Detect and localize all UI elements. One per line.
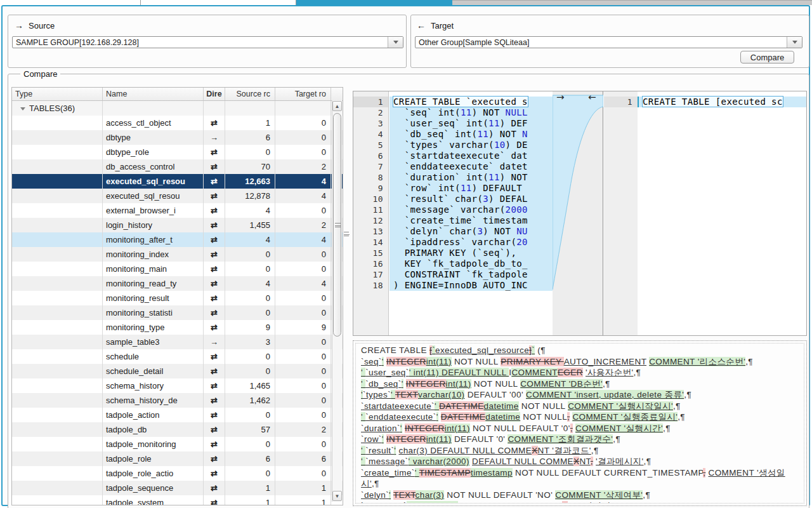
object-table[interactable]: TypeNameDireSource rcTarget ro TABLES(36… [11, 87, 343, 505]
table-scrollbar[interactable]: ▲ ▼ [332, 100, 342, 502]
direction-cell: ⇄ [204, 276, 225, 291]
copy-left-arrow-icon[interactable]: ← [588, 92, 596, 103]
line-number: 13 [353, 226, 388, 237]
code-line-11: `message` varchar(2000 [390, 204, 553, 215]
table-row-tadpole_action[interactable]: tadpole_action⇄00 [12, 408, 343, 422]
right-line-number-gutter: 1 [604, 91, 638, 335]
direction-cell: ⇄ [204, 203, 225, 218]
column-header-source-rc[interactable]: Source rc [225, 88, 275, 100]
column-header-type[interactable]: Type [12, 88, 103, 100]
name-cell: schema_history_de [103, 393, 204, 408]
table-row-monitoring_main[interactable]: monitoring_main⇄00 [12, 262, 343, 276]
direction-cell: ⇄ [204, 393, 225, 408]
target-rows-cell: 0 [275, 408, 331, 422]
source-rows-cell: 1 [225, 116, 275, 130]
code-line-16: KEY `fk_tadpole_db_to_ [390, 258, 553, 269]
source-rows-cell: 1 [225, 495, 275, 505]
target-rows-cell: 0 [275, 203, 331, 218]
direction-cell: → [204, 335, 225, 349]
table-row-tadpole_system[interactable]: tadpole_system⇄11 [12, 495, 343, 505]
disclosure-triangle-icon[interactable] [20, 107, 25, 110]
column-header-target-ro[interactable]: Target ro [275, 88, 331, 100]
table-row-monitoring_after_t[interactable]: monitoring_after_t⇄44 [12, 232, 343, 247]
direction-cell: ⇄ [204, 320, 225, 335]
code-line-10: `result` char(3) DEFAL [390, 194, 553, 204]
tree-group-row[interactable]: TABLES(36) [12, 101, 343, 116]
source-rows-cell: 4 [225, 232, 275, 247]
table-row-access_ctl_object[interactable]: access_ctl_object⇄10 [12, 116, 343, 130]
table-row-tadpole_role_actio[interactable]: tadpole_role_actio⇄00 [12, 466, 343, 481]
table-row-tadpole_role[interactable]: tadpole_role⇄66 [12, 451, 343, 466]
table-row-sample_table3[interactable]: sample_table3→30 [12, 335, 343, 349]
scroll-up-button[interactable]: ▲ [332, 101, 342, 111]
scrollbar-thumb[interactable] [333, 113, 341, 337]
code-line-14: `ipaddress` varchar(20 [390, 237, 553, 248]
scroll-down-button[interactable]: ▼ [332, 491, 342, 501]
unified-diff-text[interactable]: CREATE TABLE [`executed_sql_resource]` (… [355, 343, 804, 504]
diff-connector-curve [553, 91, 603, 335]
source-rows-cell: 6 [225, 130, 275, 145]
diff-line-8: `duration`' INTEGERint(11) NOT NULL DEFA… [361, 423, 799, 434]
source-rows-cell: 12,878 [225, 189, 275, 203]
direction-cell: → [204, 130, 225, 145]
table-row-monitoring_index[interactable]: monitoring_index⇄00 [12, 247, 343, 262]
table-row-dbtype[interactable]: dbtype→60 [12, 130, 343, 145]
target-group-select[interactable]: Other Group[Sample SQLiteaa] [415, 36, 802, 48]
table-row-dbtype_role[interactable]: dbtype_role⇄00 [12, 145, 343, 159]
code-line-5: `types` varchar(10) DE [390, 140, 553, 150]
splitter-handle[interactable] [344, 230, 349, 239]
name-cell: monitoring_main [103, 262, 204, 276]
column-header-dire[interactable]: Dire [204, 88, 225, 100]
source-group-select[interactable]: SAMPLE GROUP[192.168.29.128] [12, 36, 403, 48]
line-number: 3 [353, 118, 388, 129]
source-rows-cell: 6 [225, 451, 275, 466]
compare-button[interactable]: Compare [740, 51, 794, 64]
target-rows-cell: 0 [275, 305, 331, 320]
source-code-pane[interactable]: CREATE TABLE `executed_s `seq` int(11) N… [390, 91, 553, 335]
thumb-grip-icon [335, 223, 341, 227]
tab-1[interactable] [0, 0, 141, 5]
table-row-monitoring_type[interactable]: monitoring_type⇄99 [12, 320, 343, 335]
table-row-tadpole_monitoring[interactable]: tadpole_monitoring⇄00 [12, 437, 343, 451]
copy-right-arrow-icon[interactable]: → [556, 92, 565, 103]
table-row-monitoring_result[interactable]: monitoring_result⇄00 [12, 291, 343, 305]
target-rows-cell: 0 [275, 291, 331, 305]
table-row-tadpole_db[interactable]: tadpole_db⇄572 [12, 422, 343, 437]
source-combo-dropdown-button[interactable] [388, 37, 403, 48]
line-number: 2 [353, 107, 388, 118]
direction-cell: ⇄ [204, 349, 225, 364]
column-header-name[interactable]: Name [103, 88, 204, 100]
table-row-tadpole_sequence[interactable]: tadpole_sequence⇄11 [12, 481, 343, 495]
tab-2[interactable] [141, 0, 296, 5]
tab-4[interactable] [452, 0, 812, 5]
compare-editor[interactable]: 123456789101112131415161718 CREATE TABLE… [353, 91, 807, 336]
source-rows-cell: 4 [225, 276, 275, 291]
target-rows-cell: 2 [275, 422, 331, 437]
direction-cell: ⇄ [204, 145, 225, 159]
line-number: 1 [604, 97, 638, 107]
table-row-db_access_control[interactable]: db_access_control⇄702 [12, 159, 343, 174]
target-code-pane[interactable]: CREATE TABLE [executed_sc [638, 91, 806, 335]
diff-line-12: `create_time`' TIMESTAMPtimestamp NOT NU… [361, 467, 799, 490]
table-row-schedule_detail[interactable]: schedule_detail⇄00 [12, 364, 343, 378]
table-row-schedule[interactable]: schedule⇄00 [12, 349, 343, 364]
name-cell: monitoring_read_ty [103, 276, 204, 291]
chevron-down-icon [792, 41, 797, 44]
table-row-login_history[interactable]: login_history⇄1,4552 [12, 218, 343, 232]
target-combo-dropdown-button[interactable] [787, 37, 802, 48]
source-rows-cell: 0 [225, 305, 275, 320]
table-row-schema_history[interactable]: schema_history⇄1,4650 [12, 378, 343, 393]
diff-line-6: `startdateexecute`' DATETIMEdatetime NOT… [361, 401, 799, 412]
code-line-3: `user_seq` int(11) DEF [390, 118, 553, 129]
tab-3[interactable] [296, 0, 452, 5]
table-row-executed_sql_resou[interactable]: executed_sql_resou⇄12,8784 [12, 189, 343, 203]
diff-line-10: ' `result`' char(3) DEFAULT NULL COMMEXN… [361, 445, 799, 457]
table-row-monitoring_read_ty[interactable]: monitoring_read_ty⇄44 [12, 276, 343, 291]
table-row-schema_history_de[interactable]: schema_history_de⇄1,4620 [12, 393, 343, 408]
code-line-6: `startdateexecute` dat [390, 150, 553, 161]
diff-line-3: ' `user_seq`' int(11) DEFAULT NULL ICOMM… [361, 367, 799, 378]
target-rows-cell: 0 [275, 466, 331, 481]
table-row-external_browser_i[interactable]: external_browser_i⇄40 [12, 203, 343, 218]
table-row-executed_sql_resou[interactable]: executed_sql_resou⇄12,6634 [12, 174, 343, 189]
table-row-monitoring_statisti[interactable]: monitoring_statisti⇄00 [12, 305, 343, 320]
